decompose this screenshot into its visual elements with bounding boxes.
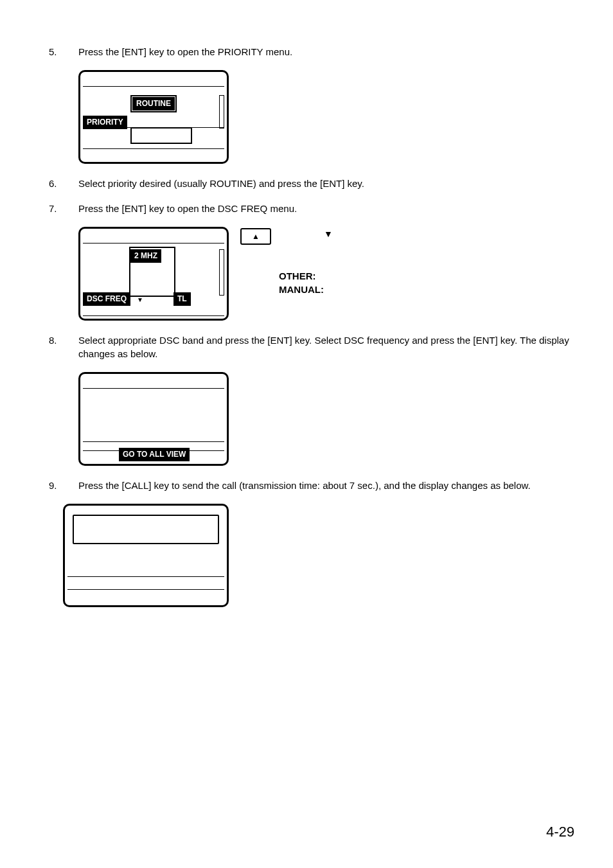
step-number: 7. <box>39 202 78 215</box>
other-label: OTHER: <box>279 269 324 283</box>
lcd-goto: GO TO ALL VIEW <box>78 372 229 466</box>
lcd-priority: ROUTINE PRIORITY <box>78 70 229 164</box>
dscfreq-label: DSC FREQ <box>83 292 130 306</box>
step-text: Press the [CALL] key to send the call (t… <box>78 479 574 492</box>
tl-label: TL <box>173 292 191 306</box>
step-text: Select appropriate DSC band and press th… <box>78 333 574 360</box>
up-arrow-icon: ▲ <box>252 232 260 241</box>
step-number: 6. <box>39 177 78 190</box>
step-text: Select priority desired (usually ROUTINE… <box>78 177 574 190</box>
lcd-sending <box>63 504 229 607</box>
routine-pill: ROUTINE <box>132 97 175 111</box>
down-arrow-icon: ▼ <box>324 228 333 241</box>
manual-label: MANUAL: <box>279 283 324 296</box>
lcd-dscfreq: 2 MHZ DSC FREQ ▼ TL <box>78 227 229 321</box>
down-arrow-icon: ▼ <box>137 296 143 305</box>
step-number: 5. <box>39 45 78 58</box>
goto-label: GO TO ALL VIEW <box>119 448 190 461</box>
step-text: Press the [ENT] key to open the DSC FREQ… <box>78 202 574 215</box>
freq-list-popup: ▲ ▼ OTHER: MANUAL: <box>240 228 324 296</box>
step-number: 8. <box>39 333 78 360</box>
step-number: 9. <box>39 479 78 492</box>
step-text: Press the [ENT] key to open the PRIORITY… <box>78 45 574 58</box>
